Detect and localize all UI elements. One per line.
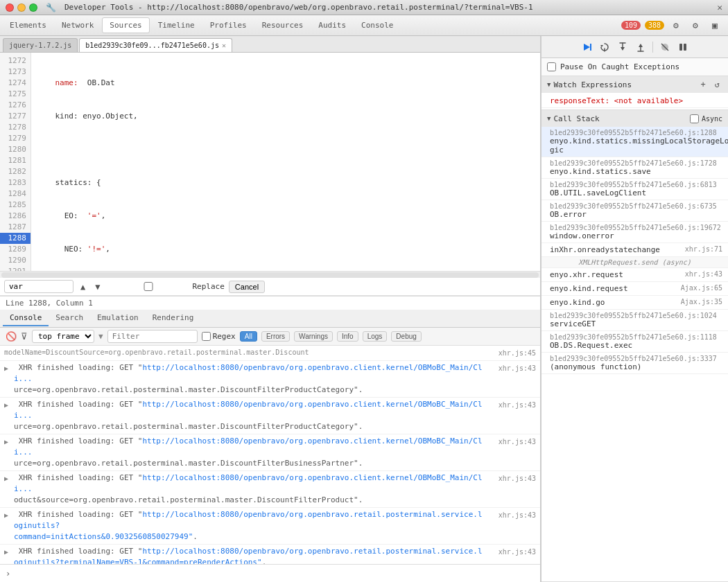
call-stack-header[interactable]: ▼ Call Stack Async [541, 110, 728, 127]
list-item[interactable]: ▶ XHR finished loading: GET "http://loca… [0, 471, 540, 508]
console-frame-select[interactable]: top frame [32, 330, 94, 343]
frame-fn: serviceGET [550, 319, 722, 328]
regex-checkbox[interactable] [202, 332, 211, 341]
log-expand-icon[interactable]: ▶ [4, 547, 11, 558]
toolbar-tab-sources[interactable]: Sources [102, 17, 149, 33]
search-next-icon[interactable]: ▼ [92, 281, 103, 293]
watch-chevron-icon: ▼ [547, 81, 551, 88]
cancel-button[interactable]: Cancel [229, 281, 265, 293]
list-item[interactable]: ▶ XHR finished loading: GET "http://loca… [0, 398, 540, 434]
async-checkbox[interactable] [690, 114, 699, 123]
deactivate-breakpoints-btn[interactable] [657, 39, 673, 55]
code-line-1275: statics: { [37, 177, 540, 188]
settings-icon-btn[interactable]: ⚙ [688, 18, 703, 33]
frame-fn: enyo.kind.statics.missingLocalStorageLog… [550, 136, 722, 155]
filter-debug-btn[interactable]: Debug [391, 331, 421, 342]
log-link[interactable]: http://localhost:8080/openbravo/org.open… [14, 510, 483, 541]
pause-exceptions-checkbox[interactable] [547, 62, 556, 71]
stack-frame[interactable]: b1ed2939c30fe09552b5ffb2471e5e60.js:1024… [541, 310, 728, 331]
log-expand-icon[interactable]: ▶ [4, 436, 11, 448]
search-prev-icon[interactable]: ▲ [78, 281, 88, 293]
frame-dropdown-icon[interactable]: ▼ [98, 332, 103, 341]
list-item[interactable]: ▶ XHR finished loading: GET "http://loca… [0, 545, 540, 564]
log-link[interactable]: http://localhost:8080/openbravo/org.open… [14, 363, 483, 383]
console-tab-search[interactable]: Search [49, 310, 90, 326]
list-item[interactable]: ▶ XHR finished loading: GET "http://loca… [0, 361, 540, 398]
frame-file: b1ed2939c30fe09552b5ffb2471e5e60.js:1288 [550, 129, 722, 136]
stack-frame[interactable]: b1ed2939c30fe09552b5ffb2471e5e60.js:1118… [541, 331, 728, 353]
filter-logs-btn[interactable]: Logs [363, 331, 388, 342]
toolbar-tab-console[interactable]: Console [354, 18, 400, 33]
log-link[interactable]: http://localhost:8080/openbravo/org.open… [14, 400, 483, 420]
log-link[interactable]: http://localhost:8080/openbravo/org.open… [14, 436, 483, 457]
console-tab-rendering[interactable]: Rendering [146, 310, 201, 326]
close-btn[interactable] [6, 3, 14, 12]
stack-frame[interactable]: enyo.kind.request Ajax.js:65 [541, 282, 728, 296]
stack-frame[interactable]: inXhr.onreadystatechange xhr.js:71 [541, 243, 728, 257]
maximize-btn[interactable] [29, 3, 37, 12]
stack-frame[interactable]: enyo.kind.go Ajax.js:35 [541, 296, 728, 310]
stack-frame[interactable]: b1ed2939c30fe09552b5ffb2471e5e60.js:1288… [541, 127, 728, 157]
console-input-field[interactable] [13, 569, 535, 578]
file-tab-active-label: b1ed2939c30fe09...fb2471e5e60.js [85, 42, 219, 49]
filter-warnings-btn[interactable]: Warnings [294, 331, 333, 342]
stack-frame[interactable]: b1ed2939c30fe09552b5ffb2471e5e60.js:1728… [541, 157, 728, 179]
console-clear-icon[interactable]: 🚫 [6, 331, 17, 342]
svg-marker-5 [621, 47, 625, 51]
step-over-btn[interactable] [597, 39, 612, 55]
horizontal-scrollbar[interactable] [0, 271, 540, 278]
dock-icon-btn[interactable]: ▣ [707, 18, 722, 33]
toolbar-tab-audits[interactable]: Audits [311, 18, 353, 33]
file-tab-close-icon[interactable]: ✕ [222, 42, 226, 49]
replace-checkbox[interactable] [107, 282, 190, 291]
stack-frame[interactable]: b1ed2939c30fe09552b5ffb2471e5e60.js:1967… [541, 222, 728, 243]
file-tab-jquery[interactable]: jquery-1.7.2.js [3, 38, 78, 52]
file-tab-active[interactable]: b1ed2939c30fe09...fb2471e5e60.js ✕ [79, 38, 232, 52]
window-close-icon[interactable]: ✕ [717, 2, 722, 12]
step-out-btn[interactable] [633, 39, 648, 55]
stack-frame[interactable]: b1ed2939c30fe09552b5ffb2471e5e60.js:6813… [541, 179, 728, 200]
toolbar-tab-profiles[interactable]: Profiles [203, 18, 254, 33]
filter-info-btn[interactable]: Info [337, 331, 358, 342]
filter-icon-btn[interactable]: ⚙ [668, 18, 684, 33]
search-input[interactable] [4, 280, 73, 293]
console-tab-console[interactable]: Console [3, 310, 49, 326]
file-tab-jquery-label: jquery-1.7.2.js [9, 42, 71, 49]
toolbar-tab-elements[interactable]: Elements [3, 18, 53, 33]
log-expand-icon[interactable]: ▶ [4, 510, 11, 521]
list-item[interactable]: ▶ XHR finished loading: GET "http://loca… [0, 434, 540, 471]
step-into-btn[interactable] [615, 39, 630, 55]
cursor-position: Line 1288, Column 1 [6, 299, 93, 308]
log-expand-icon[interactable]: ▶ [4, 363, 11, 374]
filter-errors-btn[interactable]: Errors [261, 331, 290, 342]
console-tab-emulation[interactable]: Emulation [90, 310, 146, 326]
log-link[interactable]: http://localhost:8080/openbravo/org.open… [14, 547, 483, 564]
stack-frame[interactable]: b1ed2939c30fe09552b5ffb2471e5e60.js:3337… [541, 353, 728, 374]
toolbar-tab-resources[interactable]: Resources [255, 18, 311, 33]
async-checkbox-area: Async [690, 114, 722, 123]
frame-fn: OB.DS.Request.exec [550, 341, 722, 350]
resume-btn[interactable] [579, 39, 594, 55]
stack-frame[interactable]: enyo.xhr.request xhr.js:43 [541, 268, 728, 282]
log-expand-icon[interactable]: ▶ [4, 473, 11, 484]
watch-refresh-icon[interactable]: ↺ [711, 79, 722, 90]
code-content[interactable]: name: OB.Dat kind: enyo.Object, statics:… [31, 53, 540, 271]
watch-expressions-header[interactable]: ▼ Watch Expressions + ↺ [541, 76, 728, 93]
console-log: modelName=DiscountSource=org.openbravo.r… [0, 346, 540, 564]
console-filter-input[interactable] [107, 330, 198, 343]
toolbar-tab-network[interactable]: Network [55, 18, 101, 33]
log-expand-icon[interactable]: ▶ [4, 400, 11, 411]
minimize-btn[interactable] [17, 3, 26, 12]
watch-add-icon[interactable]: + [697, 79, 709, 90]
filter-all-btn[interactable]: All [240, 331, 257, 342]
console-filter-icon[interactable]: ⊽ [21, 331, 28, 342]
pause-exceptions-btn[interactable] [675, 39, 691, 55]
devtools-icon: 🔧 [46, 3, 56, 12]
toolbar-tab-timeline[interactable]: Timeline [151, 18, 202, 33]
list-item[interactable]: ▶ XHR finished loading: GET "http://loca… [0, 508, 540, 545]
frame-file: b1ed2939c30fe09552b5ffb2471e5e60.js:1967… [550, 224, 722, 231]
stack-frame[interactable]: b1ed2939c30fe09552b5ffb2471e5e60.js:6735… [541, 200, 728, 222]
debug-toolbar [541, 36, 728, 58]
log-link[interactable]: http://localhost:8080/openbravo/org.open… [14, 473, 483, 493]
titlebar: 🔧 Developer Tools - http://localhost:808… [0, 0, 728, 15]
